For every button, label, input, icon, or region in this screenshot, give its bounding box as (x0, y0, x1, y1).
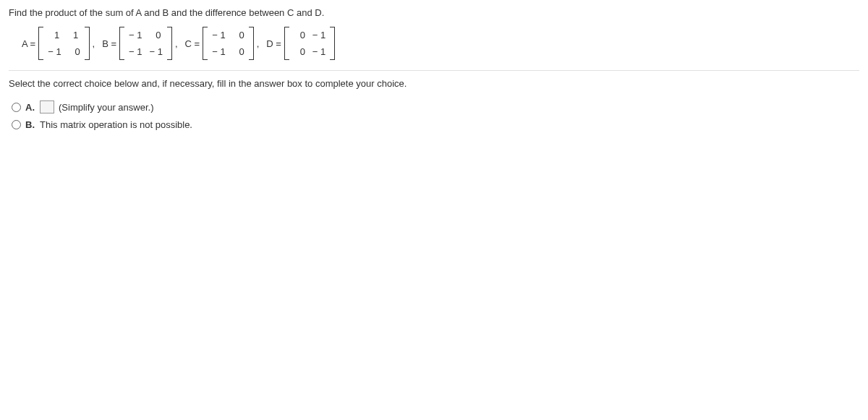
separator: , (175, 38, 178, 49)
matrix-C-label: C = (185, 38, 200, 49)
matrix-cell: 0 (233, 30, 244, 40)
matrix-A: A = 1 1 − 1 0 (22, 27, 90, 60)
matrix-cell: 0 (69, 46, 80, 57)
matrix-cell: 0 (294, 46, 305, 57)
matrix-B: B = − 1 0 − 1 − 1 (102, 27, 172, 60)
matrix-cell: 1 (48, 30, 59, 40)
choice-B-label: B. (25, 119, 35, 130)
matrix-cell: − 1 (129, 30, 142, 40)
matrix-cell: − 1 (212, 46, 225, 57)
matrix-cell: − 1 (312, 46, 326, 57)
choices: A. (Simplify your answer.) B. This matri… (12, 100, 859, 130)
matrix-cell: − 1 (48, 46, 61, 57)
separator: , (93, 38, 95, 49)
matrix-cell: 0 (294, 30, 305, 40)
divider (9, 70, 859, 71)
matrix-cell: − 1 (150, 46, 163, 57)
matrix-cell: 0 (150, 30, 161, 40)
separator: , (257, 38, 260, 49)
instruction-text: Select the correct choice below and, if … (9, 78, 859, 89)
matrix-D-label: D = (266, 38, 281, 49)
choice-A[interactable]: A. (Simplify your answer.) (12, 100, 859, 113)
matrix-A-label: A = (22, 38, 35, 49)
matrix-cell: 1 (67, 30, 78, 40)
matrix-B-label: B = (102, 38, 116, 49)
choice-B[interactable]: B. This matrix operation is not possible… (12, 119, 859, 130)
matrix-cell: − 1 (312, 30, 326, 40)
matrix-C: C = − 1 0 − 1 0 (185, 27, 254, 60)
choice-A-label: A. (25, 102, 35, 113)
matrix-cell: 0 (233, 46, 244, 57)
question-text: Find the product of the sum of A and B a… (9, 7, 859, 18)
choice-B-text: This matrix operation is not possible. (40, 119, 192, 130)
radio-A[interactable] (12, 103, 21, 112)
matrix-cell: − 1 (129, 46, 142, 57)
answer-input[interactable] (40, 100, 54, 113)
radio-B[interactable] (12, 120, 21, 129)
choice-A-text: (Simplify your answer.) (59, 102, 153, 113)
matrices-row: A = 1 1 − 1 0 , B = (22, 27, 859, 60)
matrix-cell: − 1 (212, 30, 225, 40)
matrix-D: D = 0 − 1 0 − 1 (266, 27, 335, 60)
